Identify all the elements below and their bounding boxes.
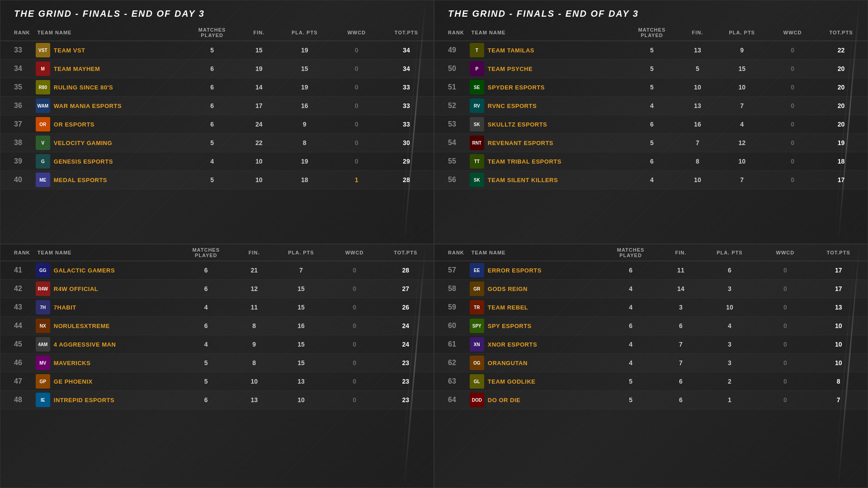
team-name-text: 7HABIT [54, 304, 76, 311]
pla-cell: 12 [713, 134, 770, 152]
logo-cell: OG [468, 354, 486, 372]
wwcd-cell: 0 [761, 317, 809, 335]
name-cell: R4W OFFICIAL [52, 280, 175, 298]
pla-cell: 3 [698, 354, 761, 372]
wwcd-cell: 0 [761, 335, 809, 354]
team-name-text: GENESIS ESPORTS [54, 158, 113, 165]
fin-cell: 14 [243, 78, 275, 97]
team-logo: DOD [470, 393, 484, 407]
team-name-text: TEAM TAMILAS [488, 47, 534, 54]
pla-cell: 19 [275, 41, 334, 60]
matches-cell: 6 [182, 60, 243, 78]
team-name-text: TEAM VST [54, 47, 85, 54]
table-row: 48 IE INTREPID ESPORTS 6 13 10 0 23 [0, 391, 434, 409]
wwcd-cell: 0 [761, 298, 809, 317]
name-cell: REVENANT ESPORTS [486, 134, 622, 152]
logo-cell: MV [34, 354, 52, 372]
logo-cell: GP [34, 372, 52, 391]
top-left-panel: THE GRIND - FINALS - END OF DAY 3 RANK T… [0, 0, 434, 244]
name-cell: ERROR ESPORTS [486, 261, 598, 280]
name-cell: INTREPID ESPORTS [52, 391, 175, 409]
col-wwcd: WWCD [761, 244, 809, 261]
team-logo: GL [470, 374, 484, 389]
tot-cell: 33 [379, 78, 434, 97]
pla-cell: 15 [271, 335, 331, 354]
table-row: 40 ME MEDAL ESPORTS 5 10 18 1 28 [0, 171, 434, 189]
name-cell: WAR MANIA ESPORTS [52, 97, 182, 115]
table-row: 55 TT TEAM TRIBAL ESPORTS 6 8 10 0 18 [434, 152, 868, 171]
col-tot: TOT.PTS [809, 244, 868, 261]
team-logo: GG [36, 263, 50, 277]
wwcd-cell: 0 [331, 391, 378, 409]
pla-cell: 10 [713, 152, 770, 171]
col-matches: MATCHESPLAYED [622, 24, 682, 41]
bottom-left-panel: RANK TEAM NAME MATCHESPLAYED FIN. PLA. P… [0, 244, 434, 488]
col-tot: TOT.PTS [377, 244, 434, 261]
name-cell: MEDAL ESPORTS [52, 171, 182, 189]
name-cell: XNOR ESPORTS [486, 335, 598, 354]
rank-cell: 34 [0, 60, 34, 78]
table-row: 57 EE ERROR ESPORTS 6 11 6 0 17 [434, 261, 868, 280]
matches-cell: 6 [175, 280, 237, 298]
col-pla: PLA. PTS [275, 24, 334, 41]
wwcd-cell: 0 [334, 60, 379, 78]
col-fin: FIN. [237, 244, 271, 261]
tot-cell: 10 [809, 335, 868, 354]
table-row: 43 7H 7HABIT 4 11 15 0 26 [0, 298, 434, 317]
table-row: 63 GL TEAM GODLIKE 5 6 2 0 8 [434, 372, 868, 391]
pla-cell: 15 [713, 60, 770, 78]
table-row: 61 XN XNOR ESPORTS 4 7 3 0 10 [434, 335, 868, 354]
rank-cell: 62 [434, 354, 468, 372]
table-row: 60 SPY SPY ESPORTS 6 6 4 0 10 [434, 317, 868, 335]
fin-cell: 11 [237, 298, 271, 317]
team-logo: R4W [36, 282, 50, 296]
tot-cell: 17 [809, 261, 868, 280]
team-logo: V [36, 136, 50, 150]
name-cell: OR ESPORTS [52, 115, 182, 134]
rank-cell: 50 [434, 60, 468, 78]
fin-cell: 3 [663, 298, 698, 317]
name-cell: TEAM SILENT KILLERS [486, 171, 622, 189]
table-row: 34 M TEAM MAYHEM 6 19 15 0 34 [0, 60, 434, 78]
table-row: 46 MV MAVERICKS 5 8 15 0 23 [0, 354, 434, 372]
top-right-title: THE GRIND - FINALS - END OF DAY 3 [434, 0, 868, 24]
tot-cell: 10 [809, 354, 868, 372]
rank-cell: 53 [434, 115, 468, 134]
table-row: 44 NX NORULESXTREME 6 8 16 0 24 [0, 317, 434, 335]
tot-cell: 7 [809, 391, 868, 409]
matches-cell: 6 [175, 261, 237, 280]
logo-cell: M [34, 60, 52, 78]
table-row: 51 SE SPYDER ESPORTS 5 10 10 0 20 [434, 78, 868, 97]
tot-cell: 23 [377, 354, 434, 372]
logo-cell: TR [468, 298, 486, 317]
tot-cell: 17 [815, 171, 868, 189]
name-cell: NORULESXTREME [52, 317, 175, 335]
name-cell: TEAM PSYCHE [486, 60, 622, 78]
team-name-text: GODS REIGN [488, 286, 528, 292]
matches-cell: 4 [175, 335, 237, 354]
team-name-text: XNOR ESPORTS [488, 341, 537, 348]
logo-cell: P [468, 60, 486, 78]
logo-cell: VST [34, 41, 52, 60]
team-name-text: SPYDER ESPORTS [488, 84, 545, 91]
tot-cell: 24 [377, 317, 434, 335]
team-logo: SE [470, 80, 484, 94]
top-right-panel: THE GRIND - FINALS - END OF DAY 3 RANK T… [434, 0, 868, 244]
rank-cell: 42 [0, 280, 34, 298]
rank-cell: 33 [0, 41, 34, 60]
logo-cell: R4W [34, 280, 52, 298]
logo-cell: SE [468, 78, 486, 97]
logo-cell: G [34, 152, 52, 171]
fin-cell: 10 [243, 171, 275, 189]
fin-cell: 10 [682, 78, 713, 97]
team-logo: SK [470, 173, 484, 187]
table-row: 64 DOD DO OR DIE 5 6 1 0 7 [434, 391, 868, 409]
pla-cell: 9 [713, 41, 770, 60]
fin-cell: 16 [682, 115, 713, 134]
pla-cell: 16 [275, 97, 334, 115]
pla-cell: 8 [275, 134, 334, 152]
fin-cell: 13 [682, 41, 713, 60]
name-cell: MAVERICKS [52, 354, 175, 372]
col-rank: RANK [0, 244, 34, 261]
logo-cell: WAM [34, 97, 52, 115]
